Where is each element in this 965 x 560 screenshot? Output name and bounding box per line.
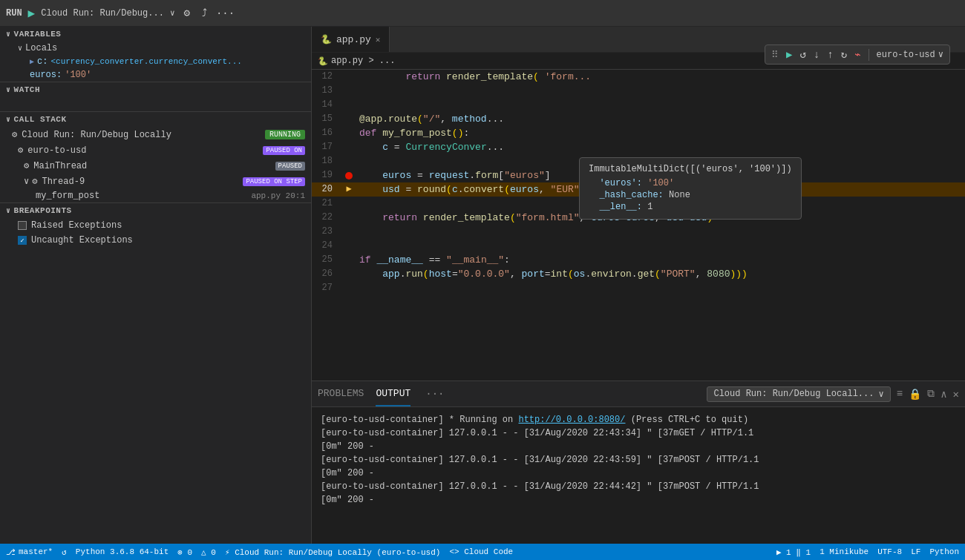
breakpoints-header[interactable]: ∨ BREAKPOINTS xyxy=(0,203,311,218)
status-debug-info[interactable]: ▶ 1 ‖ 1 xyxy=(776,547,811,557)
main-thread-item[interactable]: ⚙ MainThread PAUSED xyxy=(0,158,311,174)
call-stack-header[interactable]: ∨ CALL STACK xyxy=(0,112,311,127)
language-label: Python xyxy=(929,547,959,556)
debug-step-out-icon[interactable]: ↑ xyxy=(827,49,833,61)
panel-output: [euro-to-usd-container] * Running on htt… xyxy=(312,407,965,544)
debug-config[interactable]: euro-to-usd ∨ xyxy=(877,49,943,60)
status-branch[interactable]: ⎇ master* xyxy=(6,547,53,557)
gutter-23 xyxy=(341,225,356,239)
debug-arrow-icon: ▶ xyxy=(346,182,351,197)
output-line-1: [euro-to-usd-container] * Running on htt… xyxy=(321,413,956,426)
output-link[interactable]: http://0.0.0.0:8080/ xyxy=(518,415,625,425)
gear-icon-2: ⚙ xyxy=(18,145,23,156)
panel-tab-bar: PROBLEMS OUTPUT ··· Cloud Run: Run/Debug… xyxy=(312,381,965,407)
python-ver-label: Python 3.6.8 64-bit xyxy=(76,547,169,556)
top-toolbar: RUN ▶ Cloud Run: Run/Debug... ∨ ⚙ ⤴ ··· xyxy=(0,0,965,27)
branch-name: master* xyxy=(19,547,53,556)
locals-chevron-icon: ∨ xyxy=(18,44,22,53)
tab-output[interactable]: OUTPUT xyxy=(376,382,410,406)
thread9-label: Thread-9 xyxy=(42,177,85,187)
debug-step-over-icon[interactable]: ↺ xyxy=(799,48,805,61)
var-euros-row[interactable]: euros: '100' xyxy=(0,68,311,82)
panel-list-icon[interactable]: ≡ xyxy=(897,388,903,400)
status-python[interactable]: Python 3.6.8 64-bit xyxy=(76,547,169,556)
output-source-dropdown[interactable]: Cloud Run: Run/Debug Locall... ∨ xyxy=(707,386,890,402)
bp-raised-item[interactable]: Raised Exceptions xyxy=(0,218,311,233)
hover-val-euros: '100' xyxy=(647,178,674,188)
gutter-26 xyxy=(341,267,356,281)
call-stack-item-euro-to-usd[interactable]: ⚙ euro-to-usd PAUSED ON xyxy=(0,142,311,158)
gutter-12 xyxy=(341,70,356,84)
git-branch-icon: ⎇ xyxy=(6,547,16,557)
debug-step-into-icon[interactable]: ↓ xyxy=(814,49,820,61)
code-editor[interactable]: 12 return render_template( 'form... 13 1… xyxy=(312,70,965,381)
more-actions-icon[interactable]: ··· xyxy=(216,7,235,19)
variables-header[interactable]: ∨ VARIABLES xyxy=(0,27,311,42)
editor-area: 🐍 app.py ✕ 🐍 app.py > ... ⠿ ▶ ↺ ↓ ↑ ↻ ⌁ … xyxy=(312,27,965,544)
status-language[interactable]: Python xyxy=(929,547,959,556)
panel-more-tabs-icon[interactable]: ··· xyxy=(425,388,444,400)
status-encoding[interactable]: UTF-8 xyxy=(877,547,902,556)
status-cloud-code[interactable]: <> Cloud Code xyxy=(449,547,513,556)
cloud-run-label: ⚡ Cloud Run: Run/Debug Locally (euro-to-… xyxy=(225,547,440,557)
output-line-4: [euro-to-usd-container] 127.0.0.1 - - [3… xyxy=(321,453,956,467)
status-right: ▶ 1 ‖ 1 1 Minikube UTF-8 LF Python xyxy=(776,547,959,557)
status-cloud-run[interactable]: ⚡ Cloud Run: Run/Debug Locally (euro-to-… xyxy=(225,547,440,557)
tab-problems[interactable]: PROBLEMS xyxy=(318,382,364,406)
stack-frame-item[interactable]: my_form_post app.py 20:1 xyxy=(0,189,311,202)
hover-popup-line3: __len__: 1 xyxy=(589,201,792,213)
gutter-17 xyxy=(341,140,356,154)
debug-play-icon[interactable]: ▶ xyxy=(786,48,792,61)
encoding-label: UTF-8 xyxy=(877,547,902,556)
thread9-item[interactable]: ∨ ⚙ Thread-9 PAUSED ON STEP xyxy=(0,174,311,189)
hover-key-euros: 'euros': xyxy=(599,178,642,188)
gutter-13 xyxy=(341,84,356,98)
code-line-27: 27 xyxy=(312,281,965,295)
call-stack-item-cloud-run[interactable]: ⚙ Cloud Run: Run/Debug Locally RUNNING xyxy=(0,127,311,142)
code-line-17: 17 c = CurrencyConver... xyxy=(312,140,965,154)
status-warnings[interactable]: △ 0 xyxy=(201,547,216,557)
hover-popup: ImmutableMultiDict([('euros', '100')]) '… xyxy=(579,157,802,220)
gutter-20: ▶ xyxy=(341,182,356,197)
bp-uncaught-checkbox[interactable]: ✓ xyxy=(18,236,27,245)
close-tab-icon[interactable]: ✕ xyxy=(376,35,381,45)
watch-chevron-icon: ∨ xyxy=(6,85,11,94)
call-stack-cloud-run-name: Cloud Run: Run/Debug Locally xyxy=(22,130,171,140)
status-sync[interactable]: ↺ xyxy=(62,547,67,557)
config-name[interactable]: Cloud Run: Run/Debug... xyxy=(41,8,164,19)
panel-close-icon[interactable]: ✕ xyxy=(953,388,959,401)
chevron-down-icon[interactable]: ∨ xyxy=(170,8,175,18)
bp-raised-checkbox[interactable] xyxy=(18,221,27,230)
hover-key-len: __len__: xyxy=(599,202,642,212)
hover-val-len: 1 xyxy=(647,202,652,212)
call-stack-section: ∨ CALL STACK ⚙ Cloud Run: Run/Debug Loca… xyxy=(0,112,311,203)
bp-uncaught-item[interactable]: ✓ Uncaught Exceptions xyxy=(0,233,311,248)
status-line-ending[interactable]: LF xyxy=(911,547,920,556)
status-bar: ⎇ master* ↺ Python 3.6.8 64-bit ⊗ 0 △ 0 … xyxy=(0,544,965,560)
watch-header[interactable]: ∨ WATCH xyxy=(0,82,311,97)
call-stack-running-badge: RUNNING xyxy=(265,130,305,139)
code-line-12: 12 return render_template( 'form... xyxy=(312,70,965,84)
debug-disconnect-icon[interactable]: ⌁ xyxy=(854,48,860,61)
var-euros-name: euros: xyxy=(30,70,62,80)
bp-raised-label: Raised Exceptions xyxy=(31,220,122,231)
status-errors[interactable]: ⊗ 0 xyxy=(177,547,192,557)
panel-lock-icon[interactable]: 🔒 xyxy=(909,388,921,401)
breadcrumb-text: app.py > ... xyxy=(331,56,395,66)
debug-toolbar: ⠿ ▶ ↺ ↓ ↑ ↻ ⌁ euro-to-usd ∨ xyxy=(765,45,950,65)
locals-row[interactable]: ∨ Locals xyxy=(0,42,311,55)
panel-collapse-icon[interactable]: ∧ xyxy=(941,388,946,401)
check-icon: ✓ xyxy=(20,237,24,245)
hover-popup-line2: _hash_cache: None xyxy=(589,189,792,201)
breadcrumb-python-icon: 🐍 xyxy=(318,56,328,66)
commit-icon[interactable]: ⤴ xyxy=(199,6,210,21)
code-line-23: 23 xyxy=(312,225,965,239)
debug-restart-icon[interactable]: ↻ xyxy=(841,48,847,61)
status-minikube[interactable]: 1 Minikube xyxy=(820,547,868,556)
var-c-row[interactable]: ▶ c: <currency_converter.currency_conver… xyxy=(0,55,311,68)
output-line-2: [euro-to-usd-container] 127.0.0.1 - - [3… xyxy=(321,426,956,440)
settings-icon[interactable]: ⚙ xyxy=(181,5,193,21)
app-py-tab[interactable]: 🐍 app.py ✕ xyxy=(312,27,390,52)
play-icon[interactable]: ▶ xyxy=(28,6,36,21)
panel-copy-icon[interactable]: ⧉ xyxy=(927,388,935,400)
